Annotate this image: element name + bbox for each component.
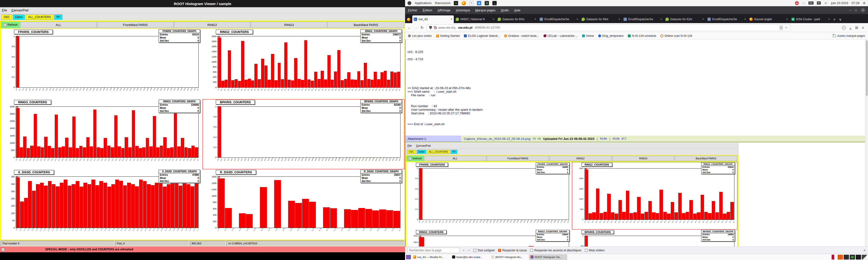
workspace-switcher-icon[interactable]	[406, 255, 411, 259]
browser-tab-4[interactable]: Datasets for 58ni ×	[580, 15, 622, 23]
browser-tab-3[interactable]: ≡ EnsdfDispatcherSe ×	[538, 15, 580, 23]
other-bookmarks-button[interactable]: Autres marque-pages	[833, 34, 865, 38]
refresh-checkbox[interactable]	[3, 23, 6, 27]
clock-time[interactable]: 07:29	[851, 1, 860, 5]
tab-ring3[interactable]: RING3	[251, 22, 327, 28]
calculator-icon[interactable]: ⊞	[485, 1, 489, 5]
tab-backward-paris[interactable]: BackWard PARIS	[328, 22, 404, 28]
histogram-plot-s-dssd[interactable]: 350300250200150100500RS_D0S_D1S_D2S_D3S_…	[16, 177, 199, 228]
all-counters-button[interactable]: ALL_COUNTERS	[26, 14, 53, 20]
tab-close-icon[interactable]: ×	[618, 17, 620, 21]
forward-button[interactable]: →	[414, 26, 417, 30]
bookmark-home[interactable]: Home	[582, 34, 594, 38]
window-minimize-button[interactable]: –	[849, 8, 851, 12]
network-arrows-icon[interactable]: ↑↓	[802, 1, 805, 5]
back-button[interactable]: ←	[407, 26, 411, 30]
window-maximize-button[interactable]: □	[855, 8, 857, 12]
browser-tab-2[interactable]: Datasets for 60ni ×	[496, 15, 538, 23]
scrollbar-thumb[interactable]	[866, 40, 868, 96]
pad-r-dssd[interactable]: R_DSSD_COUNTERS R_DSSD_COUNTERS_GRAPH En…	[203, 169, 404, 239]
pad-s-dssd[interactable]: S_DSSD_COUNTERS S_DSSD_COUNTERS_GRAPH En…	[1, 169, 203, 239]
tab-close-icon[interactable]: ×	[702, 17, 704, 21]
pad-bparis[interactable]: BPARIS_COUNTERS BPARIS_COUNTERS_GRAPH En…	[203, 99, 404, 170]
editor-button[interactable]: Editor	[13, 14, 25, 20]
bookmark-n-si-134-schedule[interactable]: N-SI-134-schedule	[628, 34, 656, 38]
insecure-lock-icon[interactable]	[434, 26, 436, 29]
find-option-highlight[interactable]: Tout surligner	[473, 249, 495, 252]
menu-historique[interactable]: Historique	[456, 8, 470, 12]
tab-list-dropdown-icon[interactable]: ∨	[839, 17, 842, 22]
page-scrollbar[interactable]	[865, 39, 868, 247]
menu-marque-pages[interactable]: Marque-pages	[475, 8, 495, 12]
menu-edition[interactable]: Édition	[423, 8, 432, 12]
task-firefox[interactable]: run_43 — Mozilla Fir...	[412, 255, 450, 260]
menu-canvas-pad[interactable]: Canvas/Pad	[11, 8, 28, 12]
refresh-toggle[interactable]: Refresh	[1, 22, 20, 28]
tab-close-icon[interactable]: ×	[828, 17, 830, 21]
tab-close-icon[interactable]: ×	[534, 17, 536, 21]
histogram-plot-fparis[interactable]: 10.80.60.40.20RFA0FA1FA2FA3FA4FA5FA6FA7F…	[16, 36, 199, 88]
screenshot-tool-icon[interactable]: ◉	[477, 1, 481, 5]
browser-tab-1[interactable]: NNDC | National N ×	[454, 15, 496, 23]
system-monitor-icon[interactable]: ∿	[454, 1, 458, 5]
bookmark-star-icon[interactable]: ☆	[784, 26, 788, 30]
clock-date[interactable]: juin 23 2023	[831, 1, 848, 5]
browser-tab-0[interactable]: EL run_43 ×	[412, 15, 454, 23]
hamburger-menu-icon[interactable]: ≡	[862, 26, 864, 30]
find-next-icon[interactable]: ∨	[468, 249, 470, 252]
places-menu[interactable]: Raccourcis	[435, 1, 451, 5]
find-previous-icon[interactable]: ∧	[463, 249, 465, 252]
menu-affichage[interactable]: Affichage	[438, 8, 451, 12]
bookmark-online-scan[interactable]: Online scan N-SI-134	[660, 34, 692, 38]
special-mode-checkbox[interactable]	[1, 248, 5, 251]
attachment-image-root-viewer[interactable]: File Canvas/Pad OSC Editor ALL_COUNTERS …	[406, 143, 738, 247]
mail-icon[interactable]: ✉	[817, 1, 821, 5]
menu-file[interactable]: File	[2, 8, 7, 12]
find-option-diacritics[interactable]: Respecter les accents et diacritiques	[530, 249, 581, 252]
find-option-match-case[interactable]: Respecter la casse	[498, 249, 527, 252]
browser-tab-7[interactable]: ≡ EnsdfDispatcherSe ×	[706, 15, 747, 23]
find-close-icon[interactable]: ×	[864, 249, 866, 252]
bookmark-les-plus-visites[interactable]: Les plus visités	[408, 34, 432, 38]
task-root-viewer[interactable]: ROOT Histogram Vie...	[529, 255, 567, 260]
pad-ring2[interactable]: RING2_COUNTERS RING2_COUNTERS_GRAPH Entr…	[203, 29, 404, 99]
attachment-filename-link[interactable]: Capture_d'écran_du_2023-06-23_05-08-14.p…	[464, 137, 530, 141]
menu-aide[interactable]: Aide	[514, 8, 520, 12]
bookmark-grafana[interactable]: Grafana - switch-faste...	[504, 34, 539, 38]
new-tab-button[interactable]: +	[833, 17, 835, 22]
histogram-plot-r-dssd[interactable]: 16001400120010008006004002000RR_D0R_D1R_…	[217, 177, 401, 228]
distro-menu-icon[interactable]	[407, 1, 411, 5]
window-close-button[interactable]: ×	[861, 8, 865, 12]
browser-tab-6[interactable]: Datasets for 62ni ×	[664, 15, 706, 23]
tab-close-icon[interactable]: ×	[493, 17, 494, 21]
hide-link[interactable]: Hide	[600, 137, 607, 140]
firefox-launcher-icon[interactable]	[462, 1, 466, 5]
task-root-browser[interactable]: [ROOT Histogram Bu...	[490, 255, 528, 260]
reader-mode-icon[interactable]	[780, 26, 783, 29]
tab-close-icon[interactable]: ×	[744, 17, 746, 21]
window-titlebar[interactable]: ROOT Histogram Viewer / sample	[0, 0, 405, 7]
menu-fichier[interactable]: Fichier	[408, 8, 417, 12]
tab-close-icon[interactable]: ×	[577, 17, 578, 21]
tab-close-icon[interactable]: ×	[451, 17, 452, 21]
histogram-plot-bparis[interactable]: 10.80.60.40.20RBA0BA1BA2BA3BA4BA5BA6BA7B…	[217, 106, 401, 158]
tray-icon-window-1[interactable]	[844, 255, 849, 260]
tray-icon-app[interactable]	[832, 255, 837, 260]
pad-fparis[interactable]: FPARIS_COUNTERS FPARIS_COUNTERS_GRAPH En…	[1, 29, 203, 99]
tray-icon-firefox[interactable]	[838, 255, 843, 260]
browser-tab-5[interactable]: ≡ EnsdfDispatcherSe ×	[622, 15, 663, 23]
task-terminal[interactable]: faster@ls-alto-nubal...	[451, 255, 489, 260]
histogram-plot-ring2[interactable]: 2000180016001400120010008006004002000RR2…	[217, 36, 401, 88]
tray-icon-window-2[interactable]	[850, 255, 855, 260]
tray-icon-window-3[interactable]	[856, 255, 861, 260]
tray-icon-window-4[interactable]	[862, 255, 867, 260]
tab-ring2[interactable]: RING2	[174, 22, 250, 28]
do-not-disturb-icon[interactable]	[795, 1, 799, 5]
firefox-view-icon[interactable]	[407, 18, 410, 21]
browser-tab-9[interactable]: ▦ 62Ni Coulex - parti ×	[790, 15, 831, 23]
menu-outils[interactable]: Outils	[501, 8, 509, 12]
tab-close-icon[interactable]: ×	[786, 17, 788, 21]
extensions-puzzle-icon[interactable]: ⊞	[855, 26, 858, 30]
tab-frontward-paris[interactable]: FrontWard PARIS	[97, 22, 174, 28]
volume-muted-icon[interactable]: ◀×	[824, 1, 828, 5]
